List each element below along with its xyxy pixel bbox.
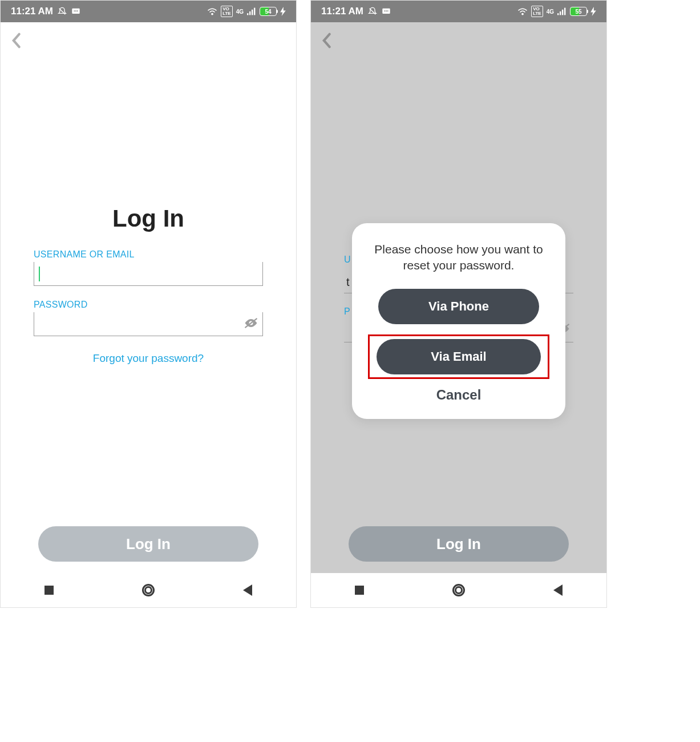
- svg-point-5: [212, 13, 213, 14]
- content-area-dimmed: U t P Please choose how you want to rese…: [311, 22, 606, 573]
- via-phone-button[interactable]: Via Phone: [378, 289, 539, 324]
- wifi-icon: [517, 7, 528, 15]
- username-label: USERNAME OR EMAIL: [34, 249, 263, 260]
- mute-icon: [368, 7, 377, 16]
- login-button[interactable]: Log In: [38, 526, 258, 562]
- page-title: Log In: [12, 205, 285, 232]
- sms-icon: [71, 7, 80, 15]
- status-left: 11:21 AM: [11, 6, 80, 17]
- text-cursor: [39, 267, 40, 281]
- cancel-button[interactable]: Cancel: [368, 387, 549, 403]
- status-time: 11:21 AM: [321, 6, 363, 17]
- back-button[interactable]: [11, 33, 21, 53]
- nav-bar: [1, 573, 296, 607]
- nav-back-button[interactable]: [243, 584, 252, 596]
- content-area: Log In USERNAME OR EMAIL PASSWORD Forgot…: [1, 22, 296, 573]
- username-input[interactable]: [34, 262, 263, 286]
- nav-bar: [311, 573, 606, 607]
- volte-icon: VOLTE: [221, 6, 233, 17]
- username-label-peek: U: [344, 255, 351, 265]
- svg-point-2: [74, 10, 75, 11]
- status-right: VOLTE 4G 54: [207, 6, 286, 17]
- password-input[interactable]: [34, 312, 263, 336]
- eye-off-icon[interactable]: [243, 317, 259, 332]
- svg-point-14: [386, 10, 387, 11]
- signal-icon: [247, 7, 256, 15]
- svg-point-13: [384, 10, 385, 11]
- battery-icon: 55: [570, 7, 587, 16]
- svg-rect-17: [557, 13, 559, 15]
- svg-point-15: [387, 10, 389, 11]
- svg-rect-8: [252, 10, 253, 15]
- svg-point-16: [522, 13, 523, 14]
- nav-recent-button[interactable]: [44, 586, 54, 595]
- nav-back-button[interactable]: [553, 584, 563, 596]
- svg-rect-7: [249, 11, 250, 15]
- charging-icon: [280, 7, 286, 16]
- password-label: PASSWORD: [34, 300, 263, 310]
- back-button[interactable]: [321, 33, 331, 53]
- nav-home-button[interactable]: [142, 584, 155, 596]
- forgot-password-link[interactable]: Forgot your password?: [34, 352, 263, 365]
- highlighted-annotation: Via Email: [368, 334, 549, 379]
- phone-screen-left: 11:21 AM VOLTE 4G 54 Lo: [0, 0, 297, 608]
- svg-rect-9: [254, 8, 255, 15]
- status-bar: 11:21 AM VOLTE 4G 55: [311, 1, 606, 22]
- sms-icon: [382, 7, 391, 15]
- network-label: 4G: [547, 9, 554, 15]
- password-label-peek: P: [344, 307, 350, 317]
- via-email-button[interactable]: Via Email: [377, 339, 541, 374]
- status-time: 11:21 AM: [11, 6, 53, 17]
- nav-home-button[interactable]: [452, 584, 465, 596]
- phone-screen-right: 11:21 AM VOLTE 4G 55 U: [310, 0, 607, 608]
- signal-icon: [557, 7, 567, 15]
- status-bar: 11:21 AM VOLTE 4G 54: [1, 1, 296, 22]
- login-button[interactable]: Log In: [349, 526, 569, 562]
- battery-icon: 54: [260, 7, 277, 16]
- volte-icon: VOLTE: [531, 6, 543, 17]
- login-form: USERNAME OR EMAIL PASSWORD Forgot your p…: [12, 249, 285, 365]
- wifi-icon: [207, 7, 217, 15]
- svg-point-3: [75, 10, 76, 11]
- modal-message: Please choose how you want to reset your…: [368, 241, 549, 274]
- mute-icon: [58, 7, 67, 16]
- svg-rect-6: [247, 13, 248, 15]
- reset-password-modal: Please choose how you want to reset your…: [352, 223, 565, 419]
- svg-rect-18: [560, 11, 561, 15]
- charging-icon: [590, 7, 596, 16]
- svg-rect-20: [564, 8, 565, 15]
- nav-recent-button[interactable]: [355, 586, 364, 595]
- status-right: VOLTE 4G 55: [517, 6, 596, 17]
- network-label: 4G: [236, 9, 244, 15]
- status-left: 11:21 AM: [321, 6, 391, 17]
- username-value-peek: t: [346, 276, 350, 289]
- svg-rect-19: [562, 10, 563, 15]
- svg-point-4: [77, 10, 78, 11]
